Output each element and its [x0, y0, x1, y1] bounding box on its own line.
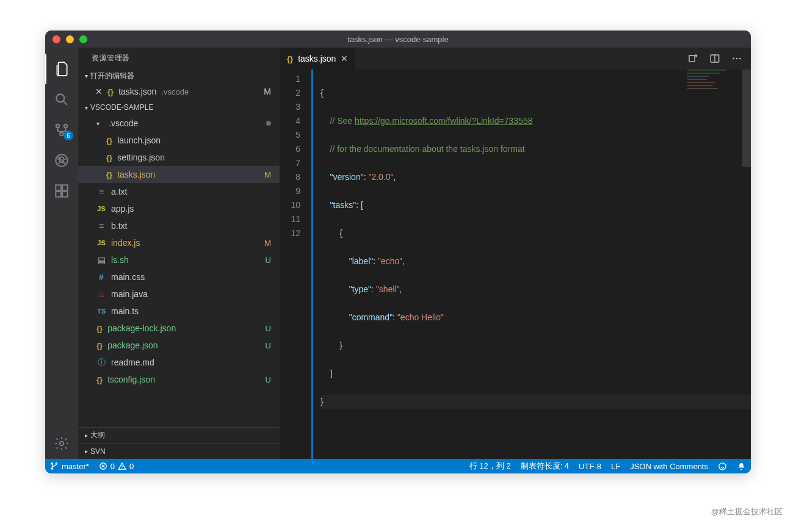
svg-point-1 [56, 124, 59, 128]
problems-status[interactable]: 0 0 [99, 462, 134, 471]
cursor-position-status[interactable]: 行 12，列 2 [469, 461, 511, 472]
svg-point-0 [56, 94, 64, 102]
file-row[interactable]: JSapp.js [78, 200, 280, 217]
chevron-down-icon: ▾ [82, 104, 90, 111]
json-icon: {} [106, 153, 112, 162]
explorer-sidebar: 资源管理器 ▾ 打开的编辑器 ✕ {} tasks.json .vscode M… [78, 48, 280, 459]
outline-header[interactable]: ▸ 大纲 [78, 427, 280, 443]
info-icon: ⓘ [96, 357, 106, 368]
extensions-icon [54, 183, 70, 199]
sidebar-title: 资源管理器 [78, 48, 280, 68]
line-number: 1 [280, 72, 300, 86]
code-content[interactable]: { // See https://go.microsoft.com/fwlink… [311, 70, 751, 459]
search-activity[interactable] [45, 84, 78, 115]
svg-point-15 [51, 463, 52, 464]
file-row[interactable]: {}launch.json [78, 132, 280, 149]
js-icon: JS [96, 205, 106, 212]
file-tree: ▾.vscode{}launch.json{}settings.json{}ta… [78, 115, 280, 427]
file-row[interactable]: ⓘreadme.md [78, 354, 280, 371]
git-branch-status[interactable]: master* [50, 462, 89, 471]
file-row[interactable]: ≡a.txt [78, 183, 280, 200]
git-status: M [264, 170, 271, 179]
code-editor[interactable]: 123456789101112 { // See https://go.micr… [280, 70, 751, 459]
editor-tab[interactable]: {} tasks.json ✕ [280, 48, 356, 70]
file-row[interactable]: ▤ls.shU [78, 251, 280, 268]
bell-icon [737, 462, 746, 471]
dirty-dot-icon [266, 121, 271, 126]
file-row[interactable]: ♨main.java [78, 286, 280, 303]
json-icon: {} [96, 341, 103, 350]
svg-point-16 [56, 463, 57, 464]
sh-icon: ▤ [96, 255, 106, 265]
file-row[interactable]: {}tsconfig.jsonU [78, 371, 280, 388]
close-tab-icon[interactable]: ✕ [341, 54, 348, 63]
json-icon: {} [107, 87, 114, 96]
file-row[interactable]: {}tasks.jsonM [78, 166, 280, 183]
explorer-activity[interactable] [45, 54, 78, 84]
activity-bar: 6 [45, 48, 78, 459]
notifications-status[interactable] [737, 462, 746, 471]
vertical-scrollbar[interactable] [742, 70, 751, 459]
close-icon[interactable]: ✕ [95, 87, 103, 96]
svg-rect-10 [689, 56, 695, 62]
svg-point-17 [51, 468, 52, 469]
line-number: 10 [280, 198, 300, 212]
svg-rect-5 [56, 185, 61, 190]
line-number: 11 [280, 212, 300, 226]
chevron-down-icon: ▾ [96, 120, 104, 127]
files-icon [54, 61, 70, 77]
open-editors-header[interactable]: ▾ 打开的编辑器 [78, 68, 280, 83]
css-icon: # [96, 272, 106, 282]
scm-badge: 6 [63, 131, 73, 140]
line-number: 9 [280, 184, 300, 198]
language-status[interactable]: JSON with Comments [630, 462, 708, 471]
svg-point-13 [736, 58, 738, 60]
split-editor-icon[interactable] [709, 53, 720, 64]
debug-activity[interactable] [45, 145, 78, 176]
git-status: M [264, 239, 271, 248]
git-status: U [266, 375, 271, 384]
chevron-down-icon: ▾ [82, 73, 90, 79]
editor-title-actions [687, 48, 751, 70]
svn-header[interactable]: ▸ SVN [78, 443, 280, 459]
git-status: U [266, 256, 271, 265]
project-header[interactable]: ▾ VSCODE-SAMPLE [78, 100, 280, 115]
extensions-activity[interactable] [45, 176, 78, 206]
json-icon: {} [96, 324, 103, 333]
file-row[interactable]: TSmain.ts [78, 303, 280, 320]
editor-group: {} tasks.json ✕ 123456789101112 { // See… [280, 48, 751, 459]
file-row[interactable]: ≡b.txt [78, 217, 280, 234]
titlebar: tasks.json — vscode-sample [45, 31, 751, 48]
more-icon[interactable] [731, 53, 742, 64]
text-file-icon: ≡ [96, 221, 106, 231]
file-row[interactable]: JSindex.jsM [78, 234, 280, 251]
open-editor-item[interactable]: ✕ {} tasks.json .vscode M [78, 83, 280, 100]
settings-activity[interactable] [45, 428, 78, 459]
indentation-status[interactable]: 制表符长度: 4 [521, 461, 569, 472]
scrollbar-thumb[interactable] [742, 70, 751, 167]
feedback-status[interactable] [718, 462, 727, 471]
gear-icon [54, 436, 70, 451]
file-row[interactable]: {}settings.json [78, 149, 280, 166]
folder-row[interactable]: ▾.vscode [78, 115, 280, 132]
git-branch-icon [50, 462, 59, 470]
source-control-activity[interactable]: 6 [45, 115, 78, 145]
warning-icon [118, 462, 126, 470]
file-row[interactable]: #main.css [78, 268, 280, 286]
json-icon: {} [106, 136, 112, 145]
line-number: 7 [280, 156, 300, 170]
svg-rect-6 [62, 185, 68, 190]
svg-point-2 [64, 124, 67, 128]
file-row[interactable]: {}package-lock.jsonU [78, 320, 280, 337]
encoding-status[interactable]: UTF-8 [579, 462, 601, 471]
line-number: 2 [280, 86, 300, 100]
eol-status[interactable]: LF [611, 462, 620, 471]
minimap[interactable] [687, 70, 742, 131]
open-changes-icon[interactable] [687, 53, 698, 64]
json-icon: {} [96, 375, 103, 384]
line-number: 5 [280, 128, 300, 142]
window-title: tasks.json — vscode-sample [45, 35, 751, 44]
vscode-window: tasks.json — vscode-sample 6 [45, 31, 751, 473]
svg-point-12 [733, 58, 734, 60]
file-row[interactable]: {}package.jsonU [78, 337, 280, 354]
